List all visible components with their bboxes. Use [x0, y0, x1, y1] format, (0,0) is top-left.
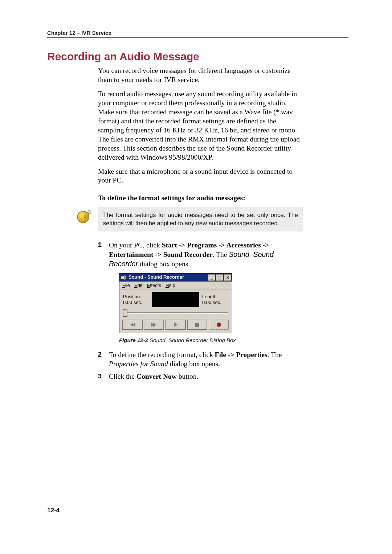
- sound-recorder-window: Sound - Sound Recorder _ ▢ ✕ File Edit E…: [119, 273, 232, 333]
- close-button[interactable]: ✕: [224, 274, 231, 281]
- length-value: 0.00 sec.: [202, 300, 228, 305]
- paragraph-1: You can record voice messages for differ…: [98, 66, 303, 85]
- play-button[interactable]: [166, 320, 186, 330]
- step-2-text-a: To define the recording format, click: [109, 351, 215, 358]
- menu-help[interactable]: Help: [166, 283, 175, 289]
- waveform-canvas: [152, 292, 199, 307]
- record-button[interactable]: [209, 320, 229, 330]
- menu-effects[interactable]: Effects: [147, 283, 161, 289]
- step-2-text-e: dialog box opens.: [168, 360, 220, 368]
- page-number: 12-4: [47, 507, 60, 514]
- step-1-text-a: On your PC, click: [109, 241, 162, 249]
- svg-marker-4: [123, 275, 124, 280]
- body-column: You can record voice messages for differ…: [98, 66, 303, 381]
- section-title: Recording an Audio Message: [47, 50, 348, 63]
- figure-label: Figure 12-2: [119, 337, 148, 343]
- header-rule: [47, 37, 348, 38]
- length-label-block: Length: 0.00 sec.: [202, 294, 228, 306]
- position-value: 0.00 sec.: [123, 300, 149, 305]
- position-label: Position:: [123, 294, 149, 300]
- speaker-icon: [121, 275, 127, 280]
- recorder-body: Position: 0.00 sec. Length: 0.00 sec.: [119, 290, 232, 308]
- figure-recorder: Sound - Sound Recorder _ ▢ ✕ File Edit E…: [119, 273, 303, 333]
- titlebar: Sound - Sound Recorder _ ▢ ✕: [119, 274, 232, 282]
- subheading: To define the format settings for audio …: [98, 194, 303, 203]
- step-3: Click the Convert Now button.: [98, 372, 303, 381]
- length-label: Length:: [202, 294, 228, 300]
- svg-rect-3: [121, 276, 123, 279]
- step-2-bold: File -> Properties: [215, 351, 268, 358]
- fast-forward-button[interactable]: [144, 320, 164, 330]
- step-2-italic: Properties for Sound: [109, 360, 168, 368]
- position-label-block: Position: 0.00 sec.: [123, 294, 149, 306]
- figure-caption: Figure 12-2 Sound–Sound Recorder Dialog …: [119, 337, 303, 344]
- document-page: Chapter 12 – IVR Service Recording an Au…: [0, 0, 392, 554]
- paragraph-2: To record audio messages, use any sound …: [98, 90, 303, 162]
- step-2-text-c: . The: [268, 351, 282, 358]
- minimize-button[interactable]: _: [208, 274, 215, 281]
- paragraph-3: Make sure that a microphone or a sound i…: [98, 167, 303, 185]
- step-2: To define the recording format, click Fi…: [98, 350, 303, 369]
- rewind-button[interactable]: [122, 320, 143, 330]
- step-1-text-c: . The: [213, 251, 229, 258]
- step-3-text-c: button.: [177, 373, 199, 380]
- step-3-text-a: Click the: [109, 373, 136, 380]
- menu-bar: File Edit Effects Help: [119, 282, 232, 290]
- step-3-bold: Convert Now: [136, 373, 177, 380]
- chapter-header: Chapter 12 – IVR Service: [47, 30, 348, 36]
- figure-caption-text: Sound–Sound Recorder Dialog Box: [148, 337, 236, 343]
- step-1-text-e: dialog box opens.: [138, 260, 190, 268]
- note-box: The format settings for audio messages n…: [98, 207, 303, 231]
- note-row: The format settings for audio messages n…: [76, 207, 303, 231]
- position-slider[interactable]: [123, 309, 228, 316]
- step-1: On your PC, click Start -> Programs -> A…: [98, 241, 303, 344]
- titlebar-text: Sound - Sound Recorder: [128, 274, 207, 280]
- transport-buttons: [119, 318, 232, 333]
- maximize-button[interactable]: ▢: [216, 274, 223, 281]
- stop-button[interactable]: [187, 320, 208, 330]
- menu-file[interactable]: File: [122, 283, 130, 289]
- steps-list: On your PC, click Start -> Programs -> A…: [98, 241, 303, 381]
- menu-edit[interactable]: Edit: [134, 283, 142, 289]
- svg-point-2: [88, 210, 91, 214]
- note-pin-icon: [76, 209, 93, 226]
- slider-thumb[interactable]: [123, 309, 127, 317]
